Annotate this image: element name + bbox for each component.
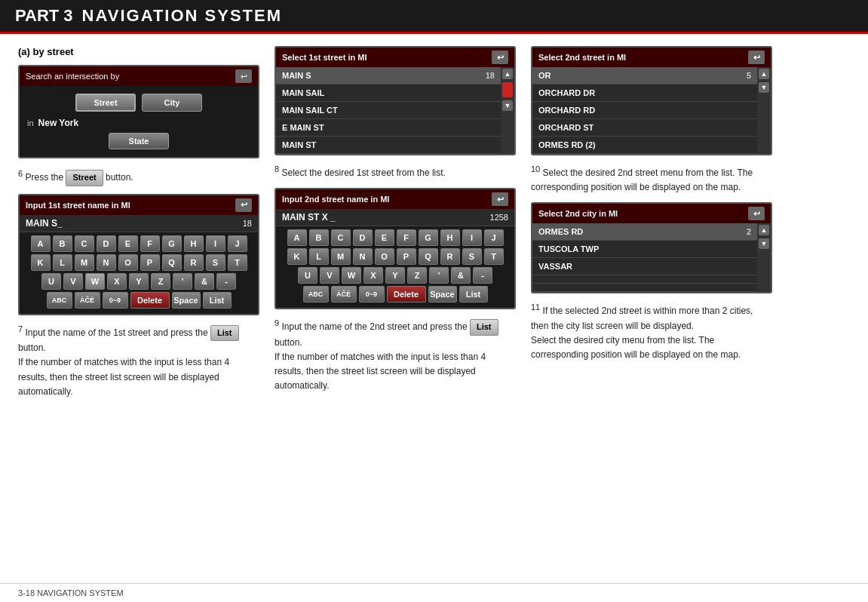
list2-item-5[interactable]: ORMES RD (2) — [532, 137, 757, 154]
key-apos[interactable]: ' — [173, 273, 192, 290]
list1-item-1[interactable]: MAIN S 18 — [276, 67, 501, 84]
state-button[interactable]: State — [109, 133, 169, 149]
kb2-key-L[interactable]: L — [309, 248, 329, 265]
kb2-key-F[interactable]: F — [397, 229, 416, 246]
city-button[interactable]: City — [142, 94, 202, 112]
key-X[interactable]: X — [107, 273, 127, 290]
list3-item-5[interactable] — [532, 284, 757, 292]
list1-scroll-up[interactable]: ▲ — [502, 69, 513, 79]
key-Q[interactable]: Q — [162, 254, 182, 271]
key-A[interactable]: A — [31, 235, 51, 252]
key-O[interactable]: O — [118, 254, 138, 271]
list2-item-3[interactable]: ORCHARD RD — [532, 102, 757, 119]
kb2-key-O[interactable]: O — [375, 248, 394, 265]
kb2-key-abc[interactable]: ABC — [303, 286, 329, 303]
kb2-key-R[interactable]: R — [440, 248, 460, 265]
key-F[interactable]: F — [140, 235, 160, 252]
kb2-key-Q[interactable]: Q — [419, 248, 438, 265]
key-dash[interactable]: - — [216, 273, 236, 290]
list3-item-2[interactable]: TUSCOLA TWP — [532, 241, 757, 258]
key-ace[interactable]: ÀĈÈ — [75, 292, 100, 309]
kb2-key-space[interactable]: Space — [428, 286, 457, 303]
key-L[interactable]: L — [53, 254, 72, 271]
key-R[interactable]: R — [184, 254, 204, 271]
key-D[interactable]: D — [97, 235, 116, 252]
kb2-key-K[interactable]: K — [287, 248, 307, 265]
key-abc[interactable]: ABC — [47, 292, 72, 309]
key-P[interactable]: P — [140, 254, 160, 271]
key-list[interactable]: List — [203, 292, 232, 309]
back-arrow-icon[interactable]: ↩ — [235, 69, 252, 83]
kb2-key-A[interactable]: A — [287, 229, 307, 246]
key-delete[interactable]: Delete — [130, 292, 170, 309]
kb2-key-ace[interactable]: ÀĈÈ — [331, 286, 357, 303]
kb2-key-C[interactable]: C — [331, 229, 351, 246]
kb2-key-V[interactable]: V — [320, 267, 339, 284]
kb2-key-I[interactable]: I — [462, 229, 482, 246]
list2-scroll-down[interactable]: ▼ — [759, 82, 769, 93]
key-H[interactable]: H — [184, 235, 204, 252]
key-Y[interactable]: Y — [129, 273, 149, 290]
key-N[interactable]: N — [97, 254, 116, 271]
kb2-key-list[interactable]: List — [459, 286, 488, 303]
kb2-key-Z[interactable]: Z — [407, 267, 427, 284]
list1-item-2[interactable]: MAIN SAIL — [276, 84, 501, 102]
kb2-key-delete[interactable]: Delete — [387, 286, 426, 303]
kb2-key-M[interactable]: M — [331, 248, 351, 265]
street-button[interactable]: Street — [75, 94, 136, 112]
key-09[interactable]: 0~9 — [103, 292, 128, 309]
kb2-key-W[interactable]: W — [342, 267, 361, 284]
kb2-key-D[interactable]: D — [353, 229, 373, 246]
key-space[interactable]: Space — [172, 292, 201, 309]
list1-back-icon[interactable]: ↩ — [492, 51, 508, 64]
list3-item-4[interactable] — [532, 275, 757, 284]
list1-scroll-down[interactable]: ▼ — [502, 100, 513, 111]
list2-item-2[interactable]: ORCHARD DR — [532, 84, 757, 102]
key-amp[interactable]: & — [195, 273, 214, 290]
list2-scroll-up[interactable]: ▲ — [759, 69, 769, 79]
key-Z[interactable]: Z — [151, 273, 170, 290]
kb2-key-dash[interactable]: - — [473, 267, 492, 284]
list2-item-4[interactable]: ORCHARD ST — [532, 119, 757, 137]
kb2-key-H[interactable]: H — [440, 229, 460, 246]
list3-item-3[interactable]: VASSAR — [532, 258, 757, 275]
key-C[interactable]: C — [75, 235, 94, 252]
list1-item-4[interactable]: E MAIN ST — [276, 119, 501, 137]
key-W[interactable]: W — [85, 273, 105, 290]
kb2-key-T[interactable]: T — [484, 248, 504, 265]
kb2-key-Y[interactable]: Y — [385, 267, 405, 284]
kb1-back-icon[interactable]: ↩ — [235, 198, 252, 212]
key-J[interactable]: J — [228, 235, 247, 252]
list1-item-5[interactable]: MAIN ST — [276, 137, 501, 154]
list3-scroll-up[interactable]: ▲ — [759, 225, 769, 235]
list2-item-1[interactable]: OR 5 — [532, 67, 757, 84]
kb2-key-X[interactable]: X — [363, 267, 383, 284]
kb2-key-P[interactable]: P — [397, 248, 416, 265]
list3-back-icon[interactable]: ↩ — [748, 207, 765, 220]
key-T[interactable]: T — [228, 254, 247, 271]
kb2-key-apos[interactable]: ' — [429, 267, 449, 284]
key-G[interactable]: G — [162, 235, 182, 252]
kb2-key-amp[interactable]: & — [451, 267, 471, 284]
list2-back-icon[interactable]: ↩ — [748, 51, 765, 64]
kb2-back-icon[interactable]: ↩ — [492, 192, 508, 206]
list3-item-1[interactable]: ORMES RD 2 — [532, 223, 757, 241]
key-K[interactable]: K — [31, 254, 51, 271]
kb2-key-U[interactable]: U — [298, 267, 317, 284]
kb2-key-B[interactable]: B — [309, 229, 329, 246]
kb2-key-G[interactable]: G — [419, 229, 438, 246]
key-B[interactable]: B — [53, 235, 72, 252]
kb2-key-09[interactable]: 0~9 — [359, 286, 385, 303]
kb2-key-N[interactable]: N — [353, 248, 373, 265]
kb2-key-S[interactable]: S — [462, 248, 482, 265]
key-E[interactable]: E — [118, 235, 138, 252]
key-I[interactable]: I — [206, 235, 225, 252]
list1-item-3[interactable]: MAIN SAIL CT — [276, 102, 501, 119]
key-M[interactable]: M — [75, 254, 94, 271]
key-V[interactable]: V — [63, 273, 83, 290]
key-S[interactable]: S — [206, 254, 225, 271]
list3-scroll-down[interactable]: ▼ — [759, 238, 769, 249]
key-U[interactable]: U — [41, 273, 61, 290]
kb2-key-J[interactable]: J — [484, 229, 504, 246]
kb2-key-E[interactable]: E — [375, 229, 394, 246]
